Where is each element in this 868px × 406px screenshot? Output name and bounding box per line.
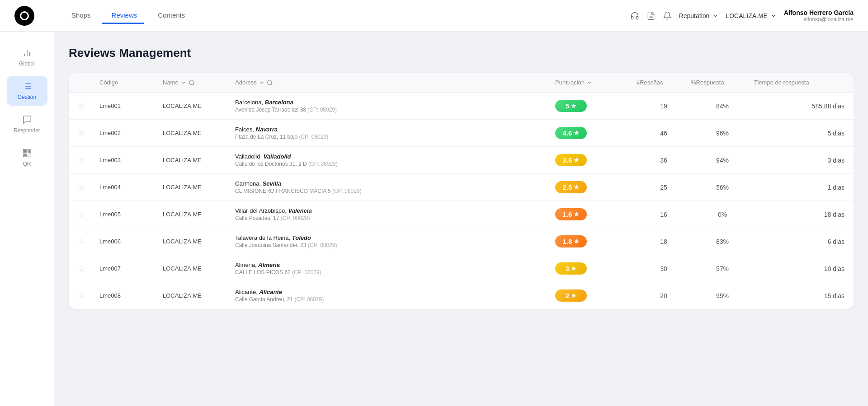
nav-reviews[interactable]: Reviews: [102, 8, 145, 24]
score-badge: 2 ★: [555, 289, 587, 302]
svg-rect-19: [28, 150, 30, 152]
th-reviews: #Reseñas: [637, 79, 691, 86]
address-main: Almeria, Almería: [235, 261, 555, 268]
address-main: Valladolid, Valladolid: [235, 153, 555, 160]
time-cell: 585.88 dias: [754, 103, 844, 110]
address-sub: Avenida Josep Tarradellas 38 (CP: 08029): [235, 107, 555, 113]
sidebar-item-gestion[interactable]: Gestión: [7, 76, 47, 106]
reputation-button[interactable]: Reputation: [679, 12, 719, 19]
nav-contents[interactable]: Contents: [148, 8, 192, 24]
address-main: Talavera de la Reina, Toledo: [235, 234, 555, 241]
address-sub: Calle Posadas, 17 (CP: 08029): [235, 215, 555, 221]
sidebar-item-responder[interactable]: Responder: [7, 109, 47, 139]
th-address: Address: [235, 79, 555, 86]
nav-shops[interactable]: Shops: [61, 8, 98, 24]
document-button[interactable]: [646, 11, 656, 20]
star-cell: ☆: [78, 291, 99, 301]
table-row: ☆ Lme005 LOCALIZA.ME Villar del Arzobisp…: [69, 201, 854, 228]
headphones-icon: [630, 11, 639, 20]
reviews-cell: 30: [637, 265, 691, 272]
favorite-star[interactable]: ☆: [78, 237, 85, 246]
sidebar-item-global[interactable]: Global: [7, 42, 47, 72]
nav-links: Shops Reviews Contents: [61, 8, 630, 24]
chevron-down-icon: [712, 13, 718, 19]
code-cell: Lme002: [99, 130, 163, 136]
time-cell: 10 dias: [754, 265, 844, 272]
response-cell: 83%: [691, 238, 754, 245]
name-cell: LOCALIZA.ME: [163, 238, 235, 245]
score-badge: 1.8 ★: [555, 235, 587, 247]
reviews-cell: 20: [637, 292, 691, 299]
table-row: ☆ Lme006 LOCALIZA.ME Talavera de la Rein…: [69, 228, 854, 255]
response-cell: 56%: [691, 184, 754, 191]
search-address-icon[interactable]: [267, 79, 273, 86]
main-content: Reviews Management Código Name Address P…: [54, 32, 868, 406]
code-cell: Lme007: [99, 265, 163, 272]
name-cell: LOCALIZA.ME: [163, 157, 235, 163]
bell-button[interactable]: [663, 11, 672, 20]
response-cell: 94%: [691, 157, 754, 164]
response-cell: 95%: [691, 292, 754, 299]
score-cell: 3.6 ★: [555, 154, 637, 166]
sidebar: Global Gestión Responder QR: [0, 32, 54, 406]
th-time: Tiempo de respuesta: [754, 79, 844, 86]
star-cell: ☆: [78, 264, 99, 274]
code-cell: Lme005: [99, 211, 163, 218]
address-main: Villar del Arzobispo, Valencia: [235, 207, 555, 214]
sort-score-icon[interactable]: [586, 79, 593, 86]
favorite-star[interactable]: ☆: [78, 291, 85, 300]
table-row: ☆ Lme003 LOCALIZA.ME Valladolid, Vallado…: [69, 147, 854, 174]
score-cell: 1.8 ★: [555, 235, 637, 247]
qr-icon: [22, 148, 32, 158]
favorite-star[interactable]: ☆: [78, 264, 85, 273]
score-cell: 2 ★: [555, 289, 637, 302]
bell-icon: [663, 11, 672, 20]
address-cell: Talavera de la Reina, Toledo Calle Joaqu…: [235, 234, 555, 248]
user-info[interactable]: Alfonso Herrero García alfonso@localiza.…: [784, 9, 854, 23]
favorite-star[interactable]: ☆: [78, 156, 85, 165]
score-star-icon: ★: [574, 184, 579, 191]
reviews-table: Código Name Address Puntuación #Reseñas …: [69, 73, 854, 309]
th-name: Name: [163, 79, 235, 86]
top-nav: Shops Reviews Contents Reputation LOCALI…: [0, 0, 868, 32]
score-cell: 5 ★: [555, 100, 637, 112]
reviews-cell: 25: [637, 184, 691, 191]
page-title: Reviews Management: [69, 46, 854, 60]
address-main: Barcelona, Barcelona: [235, 99, 555, 106]
table-row: ☆ Lme004 LOCALIZA.ME Carmona, Sevilla CL…: [69, 174, 854, 201]
response-cell: 96%: [691, 130, 754, 137]
star-cell: ☆: [78, 155, 99, 165]
score-star-icon: ★: [574, 130, 579, 136]
address-sub: CL MISIONERO FRANCISCO MACIA 5 (CP: 0802…: [235, 188, 555, 194]
th-response: %Respuesta: [691, 79, 754, 86]
favorite-star[interactable]: ☆: [78, 210, 85, 219]
search-name-icon[interactable]: [189, 79, 195, 86]
svg-rect-20: [24, 155, 25, 156]
headphones-button[interactable]: [630, 11, 639, 20]
reviews-cell: 36: [637, 157, 691, 164]
favorite-star[interactable]: ☆: [78, 129, 85, 138]
app-logo: [14, 6, 34, 26]
address-cell: Carmona, Sevilla CL MISIONERO FRANCISCO …: [235, 180, 555, 194]
score-badge: 3.6 ★: [555, 154, 587, 166]
score-cell: 3 ★: [555, 262, 637, 275]
favorite-star[interactable]: ☆: [78, 183, 85, 192]
score-badge: 5 ★: [555, 100, 587, 112]
score-badge: 3 ★: [555, 262, 587, 275]
sort-address-icon[interactable]: [259, 79, 265, 86]
address-cell: Valladolid, Valladolid Calle de los Doct…: [235, 153, 555, 167]
table-row: ☆ Lme007 LOCALIZA.ME Almeria, Almería CA…: [69, 255, 854, 282]
address-sub: Plaza de La Cruz, 11 bajo (CP: 08029): [235, 134, 555, 140]
code-cell: Lme006: [99, 238, 163, 245]
sidebar-item-qr[interactable]: QR: [7, 143, 47, 173]
svg-rect-18: [24, 150, 25, 152]
favorite-star[interactable]: ☆: [78, 102, 85, 111]
time-cell: 15 dias: [754, 292, 844, 299]
bar-chart-icon: [22, 48, 32, 58]
sort-name-icon[interactable]: [180, 79, 187, 86]
table-row: ☆ Lme002 LOCALIZA.ME Falces, Navarra Pla…: [69, 120, 854, 147]
code-cell: Lme008: [99, 292, 163, 299]
localiza-button[interactable]: LOCALIZA.ME: [726, 12, 777, 19]
table-row: ☆ Lme001 LOCALIZA.ME Barcelona, Barcelon…: [69, 93, 854, 120]
name-cell: LOCALIZA.ME: [163, 184, 235, 191]
